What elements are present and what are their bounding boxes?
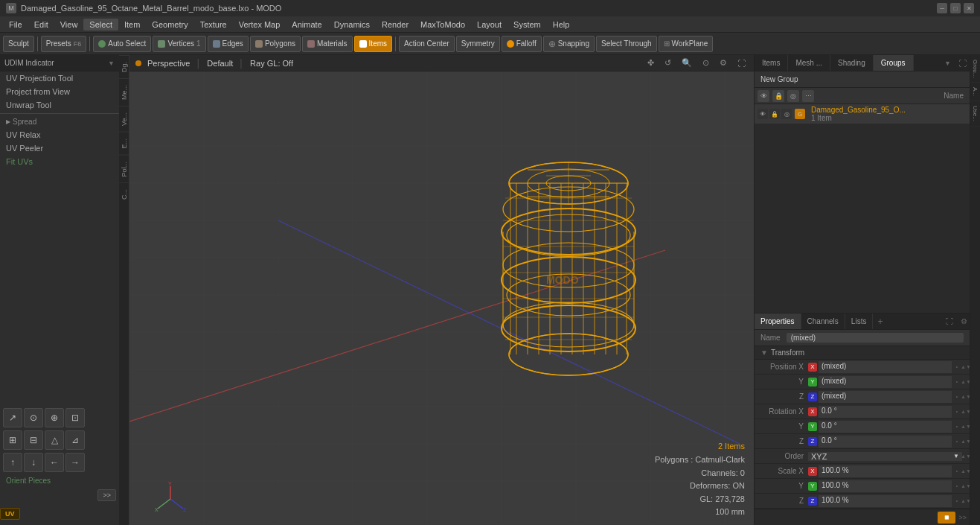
scale-x-arrows[interactable]: ▲▼ <box>962 468 970 474</box>
tab-groups[interactable]: Groups <box>874 55 914 71</box>
polygons-button[interactable]: Polygons <box>250 36 301 52</box>
menu-file[interactable]: File <box>3 19 28 31</box>
prop-expand-btn-1[interactable]: ⛶ <box>944 317 955 325</box>
vertices-button[interactable]: Vertices 1 <box>153 36 205 52</box>
minimize-button[interactable]: ─ <box>937 3 947 13</box>
auto-select-button[interactable]: Auto Select <box>93 36 151 52</box>
sculpt-button[interactable]: Sculpt <box>3 36 34 52</box>
viewport-render-mode[interactable]: Default <box>207 59 233 68</box>
scale-x-input[interactable]: 100.0 % <box>819 465 952 477</box>
menu-edit[interactable]: Edit <box>28 19 54 31</box>
tool-icon-10[interactable]: ↓ <box>24 453 43 472</box>
pos-x-arrows[interactable]: ▲▼ <box>962 364 970 369</box>
edges-button[interactable]: Edges <box>208 36 249 52</box>
item-eye-icon[interactable]: 👁 <box>758 109 768 119</box>
materials-button[interactable]: Materials <box>302 36 353 52</box>
transform-header[interactable]: ▼ Transform <box>755 346 970 360</box>
menu-help[interactable]: Help <box>547 19 576 31</box>
menu-texture[interactable]: Texture <box>194 19 233 31</box>
action-center-button[interactable]: Action Center <box>399 36 455 52</box>
vp-icon-2[interactable]: ↺ <box>664 58 671 68</box>
uv-peeler[interactable]: UV Peeler <box>0 141 119 155</box>
order-select[interactable]: XYZ ▼ <box>808 452 962 461</box>
tab-plus[interactable]: + <box>873 314 887 329</box>
pos-z-arrows[interactable]: ▲▼ <box>962 394 970 399</box>
more-button[interactable]: >> <box>97 489 116 501</box>
right-edge-tab-a[interactable]: A... <box>970 83 980 101</box>
symmetry-button[interactable]: Symmetry <box>456 36 500 52</box>
side-tab-dg[interactable]: Dg. <box>119 55 129 78</box>
scale-z-input[interactable]: 100.0 % <box>819 495 952 507</box>
bottom-expand[interactable]: >> <box>958 514 967 521</box>
tool-icon-12[interactable]: → <box>65 453 85 472</box>
falloff-button[interactable]: Falloff <box>502 36 542 52</box>
pos-z-input[interactable]: (mixed) <box>819 391 952 403</box>
fit-uvs[interactable]: Fit UVs <box>0 155 119 168</box>
tool-icon-8[interactable]: ⊿ <box>65 430 85 450</box>
menu-select[interactable]: Select <box>83 19 118 31</box>
group-icon-more[interactable]: ⋯ <box>802 90 814 102</box>
tab-lists[interactable]: Lists <box>845 314 874 329</box>
scale-z-arrows[interactable]: ▲▼ <box>962 498 970 503</box>
item-lock-icon[interactable]: 🔒 <box>769 109 780 119</box>
tool-icon-7[interactable]: △ <box>45 430 64 450</box>
menu-view[interactable]: View <box>54 19 84 31</box>
scale-y-arrows[interactable]: ▲▼ <box>962 483 970 489</box>
side-tab-e[interactable]: E... <box>119 132 129 155</box>
viewport[interactable]: Perspective │ Default │ Ray GL: Off ✤ ↺ … <box>129 55 754 525</box>
left-panel-expand[interactable]: ▼ <box>108 60 115 67</box>
tool-icon-3[interactable]: ⊕ <box>45 408 64 427</box>
scale-y-input[interactable]: 100.0 % <box>819 480 952 492</box>
rot-z-arrows[interactable]: ▲▼ <box>962 439 970 444</box>
tool-icon-2[interactable]: ⊙ <box>24 408 43 427</box>
tab-channels[interactable]: Channels <box>801 314 845 329</box>
presets-button[interactable]: Presets F6 <box>41 36 86 52</box>
vp-icon-5[interactable]: ⚙ <box>720 58 727 68</box>
window-controls[interactable]: ─ □ ✕ <box>937 3 974 13</box>
snapping-button[interactable]: ⊕ Snapping <box>543 36 595 52</box>
side-tab-me[interactable]: Me... <box>119 78 129 106</box>
orange-indicator[interactable]: ◼ <box>938 512 955 524</box>
tool-icon-5[interactable]: ⊞ <box>3 430 22 450</box>
rot-x-input[interactable]: 0.0 ° <box>819 406 952 418</box>
uv-relax[interactable]: UV Relax <box>0 128 119 141</box>
vp-icon-1[interactable]: ✤ <box>647 58 654 68</box>
tab-shading[interactable]: Shading <box>830 55 874 71</box>
group-icon-render[interactable]: ◎ <box>787 90 799 102</box>
menu-dynamics[interactable]: Dynamics <box>328 19 376 31</box>
group-icon-eye[interactable]: 👁 <box>758 90 769 102</box>
viewport-projection[interactable]: Perspective <box>147 59 190 68</box>
groups-item-row[interactable]: 👁 🔒 ◎ G Damaged_Gasoline_95_O... 1 Item <box>755 104 970 124</box>
menu-vertexmap[interactable]: Vertex Map <box>233 19 286 31</box>
vp-expand[interactable]: ⛶ <box>737 59 746 68</box>
menu-layout[interactable]: Layout <box>471 19 507 31</box>
right-edge-tab-groups[interactable]: Grou... <box>970 55 980 83</box>
tool-icon-9[interactable]: ↑ <box>3 453 22 472</box>
uv-projection-tool[interactable]: UV Projection Tool <box>0 71 119 85</box>
pos-y-input[interactable]: (mixed) <box>819 376 952 388</box>
pos-x-input[interactable]: (mixed) <box>819 361 952 373</box>
viewport-gl[interactable]: Ray GL: Off <box>250 59 293 68</box>
side-tab-c[interactable]: C... <box>119 182 129 206</box>
select-through-button[interactable]: Select Through <box>596 36 657 52</box>
prop-name-value[interactable]: (mixed) <box>787 333 964 343</box>
tool-icon-4[interactable]: ⊡ <box>65 408 85 427</box>
items-button[interactable]: Items <box>354 36 392 52</box>
right-edge-tab-use[interactable]: Use... <box>970 101 980 127</box>
rot-x-arrows[interactable]: ▲▼ <box>962 409 970 414</box>
tab-mesh[interactable]: Mesh ... <box>788 55 830 71</box>
menu-render[interactable]: Render <box>376 19 414 31</box>
maximize-button[interactable]: □ <box>950 3 961 13</box>
menu-geometry[interactable]: Geometry <box>146 19 193 31</box>
order-arrows[interactable]: ▲▼ <box>962 454 970 459</box>
project-from-view[interactable]: Project from View <box>0 85 119 98</box>
new-group-button[interactable]: New Group <box>755 71 970 88</box>
side-tab-pol[interactable]: Pol... <box>119 155 129 183</box>
rot-y-arrows[interactable]: ▲▼ <box>962 424 970 429</box>
spread-section[interactable]: ▶ Spread <box>0 115 119 128</box>
vp-icon-3[interactable]: 🔍 <box>682 58 692 68</box>
workplane-button[interactable]: ⊞ WorkPlane <box>659 36 714 52</box>
tool-icon-6[interactable]: ⊟ <box>24 430 43 450</box>
pos-y-arrows[interactable]: ▲▼ <box>962 379 970 384</box>
item-render-icon[interactable]: ◎ <box>781 109 792 119</box>
